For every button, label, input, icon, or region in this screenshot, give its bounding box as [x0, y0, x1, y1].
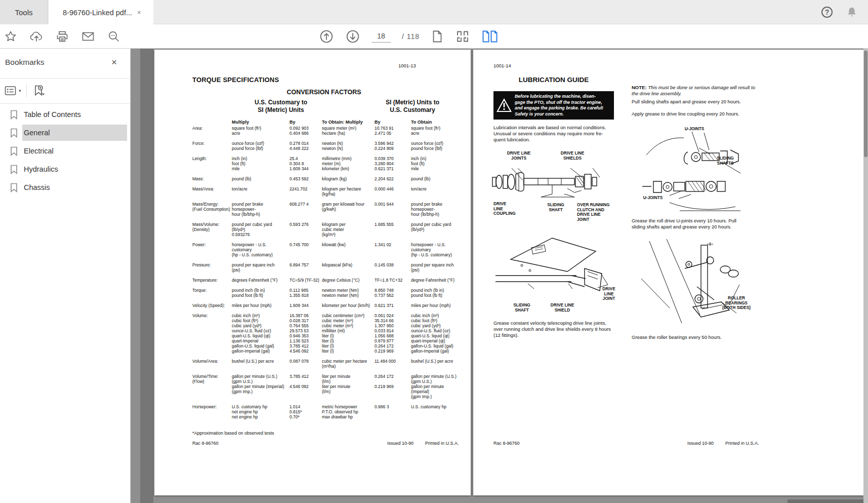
- chevron-down-icon[interactable]: ▾: [19, 88, 21, 93]
- horizontal-scrollbar[interactable]: [788, 499, 863, 503]
- page-title: TORQUE SPECIFICATIONS: [192, 76, 279, 84]
- favorites-star-icon[interactable]: [4, 30, 17, 43]
- footer-printed: Printed in U.S.A.: [425, 441, 459, 446]
- zoom-options-icon[interactable]: [107, 30, 120, 43]
- table-cell: 0.092 903 0.404 686: [290, 126, 322, 136]
- table-row: Volume/Time: (Flow)gallon per minute (U.…: [192, 374, 463, 399]
- bookmark-options-icon[interactable]: [4, 85, 17, 97]
- table-row: Mass/Area:ton/acre2241.702kilogram per h…: [192, 186, 463, 197]
- diagram-label: DRIVE LINE SHIELDS: [561, 151, 585, 161]
- table-cell: kilogram per hectare (kg/ha): [322, 186, 375, 197]
- table-cell: 608.277 4: [290, 202, 322, 217]
- diagram-label: ROLLER BEARINGS (BOTH SIDES): [722, 296, 751, 311]
- two-page-view-icon[interactable]: [481, 29, 499, 44]
- table-cell: pound per brake horsepower- hour (lb/bhp…: [411, 202, 463, 217]
- page-number-input[interactable]: [371, 30, 391, 43]
- table-cell: pound per cubic yard (lb/yd³) 0.593276: [232, 222, 290, 237]
- table-row: Mass:pound (lb)0.453 592kilogram (kg)2.2…: [192, 176, 463, 181]
- table-cell: inch (in) foot (ft) mile: [232, 156, 290, 171]
- page-count-label: / 118: [402, 32, 420, 41]
- bell-icon[interactable]: [846, 6, 858, 18]
- diagram-label: SLIDING SHAFTS: [717, 156, 734, 166]
- apply-grease-paragraph: Apply grease to drive line coupling ever…: [632, 111, 755, 117]
- row-category: Temperature:: [192, 278, 232, 283]
- tab-document[interactable]: 8-96760-Linked pdf... ×: [49, 0, 153, 25]
- warning-text: Before lubricating the machine, disen- g…: [515, 94, 603, 117]
- row-category: Power:: [192, 242, 232, 257]
- table-cell: 0.264 172 0.219 969: [375, 374, 411, 399]
- table-cell: millimetre (mm) meter (m) kilometer (km): [322, 156, 375, 171]
- table-cell: degree Celsius (°C): [322, 278, 375, 283]
- scrollbar-thumb[interactable]: [864, 51, 867, 157]
- table-cell: degree Fahrenheit (°F): [411, 278, 463, 283]
- close-panel-icon[interactable]: ×: [111, 57, 117, 68]
- table-cell: 0.986 3: [375, 404, 411, 419]
- document-canvas: 1001-13 TORQUE SPECIFICATIONS CONVERSION…: [131, 49, 868, 503]
- table-cell: miles per hour (mph): [232, 303, 290, 308]
- bookmark-icon: [10, 165, 18, 174]
- diagram-label: SLIDING SHAFT: [547, 203, 564, 212]
- row-category: Force:: [192, 141, 232, 151]
- table-cell: gram per kilowatt hour (g/kwh): [322, 202, 375, 217]
- row-category: Volume/Area:: [192, 359, 232, 369]
- toolbar-left-group: [4, 24, 120, 48]
- table-cell: TC=5/9 (TF-32): [290, 278, 322, 283]
- tab-tools[interactable]: Tools: [0, 0, 48, 24]
- diagram-label: DRIVE LINE JOINTS: [507, 151, 531, 161]
- diagram-label: DRIVE LINE COUPLING: [493, 202, 516, 216]
- table-cell: inch (in) foot (ft) mile: [411, 156, 463, 171]
- table-cell: TF=1.8 TC+32: [375, 278, 411, 283]
- table-header-cell: To Obtain: Multiply: [322, 120, 375, 125]
- table-row: Volume:cubic inch (in³) cubic foot (ft³)…: [192, 313, 463, 354]
- bookmark-icon: [10, 183, 18, 192]
- bookmark-item-electrical[interactable]: Electrical: [0, 142, 130, 160]
- page-folio: 1001-14: [493, 63, 511, 68]
- previous-page-icon[interactable]: [319, 29, 334, 44]
- note-label: NOTE:: [632, 85, 647, 90]
- canvas-left-gutter: [140, 49, 153, 503]
- table-cell: pound (lb): [411, 176, 463, 181]
- table-row: Area:square foot (ft²) acre0.092 903 0.4…: [192, 126, 463, 136]
- close-tab-icon[interactable]: ×: [137, 9, 141, 16]
- next-page-icon[interactable]: [345, 29, 360, 44]
- table-cell: 0.278 014 4.448 222: [290, 141, 322, 151]
- footer-doc-number: Rac 8-96760: [192, 441, 219, 446]
- print-icon[interactable]: [56, 30, 69, 43]
- table-cell: 0.621 371: [375, 303, 411, 308]
- warning-triangle-icon: [495, 97, 513, 114]
- scrolling-page-view-icon[interactable]: [455, 29, 470, 44]
- vertical-scrollbar[interactable]: [863, 49, 868, 503]
- table-cell: 10.763 91 2.471 05: [375, 126, 411, 136]
- bookmark-item-chassis[interactable]: Chassis: [0, 178, 130, 197]
- diagram-label: DRIVE LINE SHIELD: [551, 303, 574, 313]
- cloud-upload-icon[interactable]: [29, 30, 44, 43]
- table-cell: 25.4 0.304 8 1.609 344: [290, 156, 322, 171]
- table-cell: bushel (U.S.) per acre: [232, 359, 290, 369]
- table-row: Length:inch (in) foot (ft) mile25.4 0.30…: [192, 156, 463, 171]
- single-page-view-icon[interactable]: [431, 29, 444, 44]
- table-cell: 1.685 555: [375, 222, 411, 237]
- table-cell: 0.112 985 1.355 818: [290, 288, 322, 298]
- page-title: LUBRICATION GUIDE: [519, 76, 589, 84]
- table-cell: horsepower - U.S. customary (hp - U.S. c…: [232, 242, 290, 257]
- table-cell: cubic inch (in³) cubic foot (ft³) cubic …: [232, 313, 290, 354]
- table-cell: newton (N) newton (N): [322, 141, 375, 151]
- bookmark-icon: [10, 128, 18, 138]
- bookmark-item-hydraulics[interactable]: Hydraulics: [0, 160, 130, 178]
- diagram-label: OVER RUNNING CLUTCH AND DRIVE LINE JOINT: [577, 203, 610, 222]
- help-icon[interactable]: ?: [821, 7, 833, 18]
- u-joints-diagram: [639, 125, 757, 214]
- diagram-label: DRIVE LINE JOINT: [602, 287, 615, 301]
- expand-current-bookmark-icon[interactable]: [32, 84, 46, 98]
- table-cell: square foot (ft²) acre: [411, 126, 463, 136]
- bookmark-item-table-of-contents[interactable]: Table of Contents: [0, 105, 130, 124]
- toolbar-center-group: / 118: [319, 24, 499, 48]
- bookmark-label: Electrical: [24, 147, 54, 155]
- divider: [0, 78, 130, 79]
- table-cell: 1.014 0.815* 0.70*: [290, 404, 322, 419]
- bookmarks-panel: Bookmarks × ▾ T: [0, 49, 131, 503]
- email-icon[interactable]: [81, 30, 95, 43]
- table-row: Power:horsepower - U.S. customary (hp - …: [192, 242, 463, 257]
- footer-doc-number: Rac 8-96760: [493, 441, 520, 446]
- bookmark-item-general[interactable]: General: [0, 124, 130, 142]
